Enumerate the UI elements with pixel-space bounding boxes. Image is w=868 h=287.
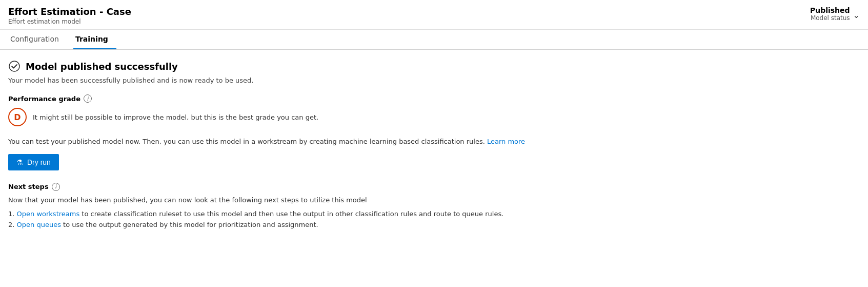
success-description: Your model has been successfully publish…: [8, 76, 860, 84]
next-steps-description: Now that your model has been published, …: [8, 196, 860, 204]
next-step-2-text: to use the output generated by this mode…: [63, 221, 318, 228]
page-title: Effort Estimation - Case: [8, 6, 131, 17]
tab-bar: Configuration Training: [0, 30, 868, 50]
tab-training[interactable]: Training: [73, 30, 116, 49]
dry-run-label: Dry run: [27, 158, 51, 166]
header-right: Published Model status ⌄: [810, 6, 860, 22]
model-status-label: Model status: [810, 14, 850, 22]
page-header: Effort Estimation - Case Effort estimati…: [0, 0, 868, 30]
test-description: You can test your published model now. T…: [8, 137, 860, 147]
next-step-1-text: to create classification ruleset to use …: [82, 210, 503, 218]
dry-run-button[interactable]: ⚗ Dry run: [8, 154, 59, 170]
flask-icon: ⚗: [16, 158, 23, 166]
grade-badge: D: [8, 108, 27, 126]
grade-description: It might still be possible to improve th…: [33, 113, 318, 121]
performance-grade-label: Performance grade i: [8, 94, 860, 103]
published-label: Published: [810, 6, 850, 14]
next-step-1: Open workstreams to create classificatio…: [8, 210, 860, 218]
next-steps-label: Next steps i: [8, 183, 860, 191]
next-steps-list: Open workstreams to create classificatio…: [8, 210, 860, 228]
open-queues-link[interactable]: Open queues: [17, 221, 61, 228]
open-workstreams-link[interactable]: Open workstreams: [17, 210, 80, 218]
grade-row: D It might still be possible to improve …: [8, 108, 860, 126]
performance-grade-info-icon[interactable]: i: [84, 94, 92, 103]
chevron-down-icon[interactable]: ⌄: [853, 10, 860, 20]
learn-more-link[interactable]: Learn more: [487, 138, 525, 145]
success-header: Model published successfully: [8, 60, 860, 72]
page-subtitle: Effort estimation model: [8, 18, 131, 25]
main-content: Model published successfully Your model …: [0, 50, 868, 242]
success-title: Model published successfully: [26, 61, 178, 72]
tab-configuration[interactable]: Configuration: [8, 30, 67, 49]
next-steps-info-icon[interactable]: i: [52, 183, 60, 191]
svg-point-0: [9, 61, 19, 71]
next-steps-text: Next steps: [8, 183, 49, 190]
success-icon: [8, 60, 21, 72]
performance-grade-text: Performance grade: [8, 95, 80, 103]
header-left: Effort Estimation - Case Effort estimati…: [8, 6, 131, 25]
next-steps-section: Next steps i Now that your model has bee…: [8, 183, 860, 228]
header-status-text: Published Model status: [810, 6, 850, 22]
next-step-2: Open queues to use the output generated …: [8, 221, 860, 228]
test-desc-text: You can test your published model now. T…: [8, 138, 487, 145]
